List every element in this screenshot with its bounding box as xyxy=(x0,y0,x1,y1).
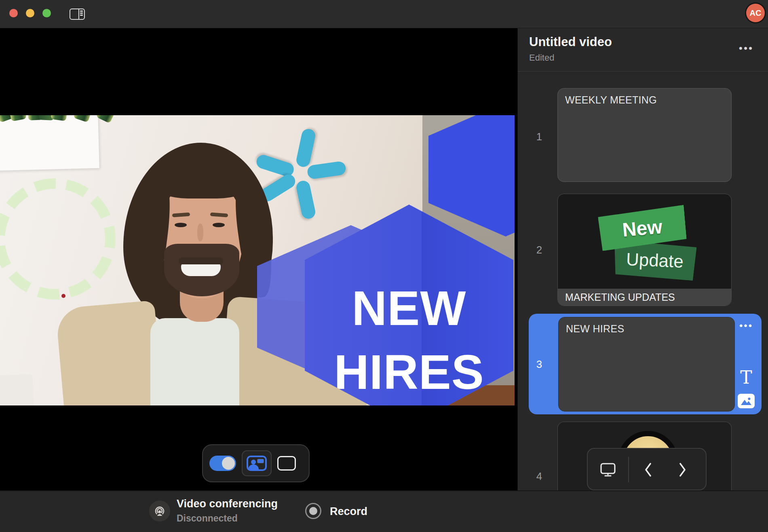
badge-new: New xyxy=(597,205,687,251)
video-preview: NEW HIRES xyxy=(0,115,515,405)
chevron-right-icon[interactable] xyxy=(677,462,687,479)
slides-sidebar: Untitled video Edited ••• 1 WEEKLY MEETI… xyxy=(517,28,768,490)
navbar-divider xyxy=(628,457,629,482)
wall-dot xyxy=(61,294,65,298)
slide-2-caption: MARKETING UPDATES xyxy=(558,289,731,306)
project-menu-ellipsis-icon[interactable]: ••• xyxy=(734,42,758,55)
account-avatar[interactable]: AC xyxy=(746,4,765,22)
slide-4-number: 4 xyxy=(533,470,545,483)
overlay-line-2: HIRES xyxy=(334,340,484,404)
slide-2-number: 2 xyxy=(533,244,545,256)
presenter-view-button[interactable] xyxy=(242,450,272,476)
titlebar: AC xyxy=(0,0,768,28)
present-display-button[interactable] xyxy=(599,462,617,480)
project-title: Untitled video xyxy=(529,35,612,49)
video-stage: NEW HIRES xyxy=(0,28,517,490)
project-status: Edited xyxy=(529,53,554,63)
slide-3-selection: 3 NEW HIRES ••• T xyxy=(529,314,762,414)
record-label[interactable]: Record xyxy=(330,505,367,518)
image-tool-icon[interactable] xyxy=(738,394,755,408)
close-button[interactable] xyxy=(9,9,18,17)
slide-thumbnail-1[interactable]: WEEKLY MEETING xyxy=(557,88,732,182)
broadcast-icon[interactable] xyxy=(149,500,170,521)
minimize-button[interactable] xyxy=(26,9,34,17)
sidebar-toggle-icon[interactable] xyxy=(70,8,85,20)
footer-bar: Video conferencing Disconnected Record xyxy=(0,490,768,532)
overlay-line-1: NEW xyxy=(352,276,466,340)
wall-ring-decoration xyxy=(0,167,127,311)
slide-3-title: NEW HIRES xyxy=(566,323,624,335)
zoom-button[interactable] xyxy=(42,9,51,17)
slide-3-number: 3 xyxy=(533,358,545,370)
app-window: AC xyxy=(0,0,768,532)
video-conferencing-label[interactable]: Video conferencing xyxy=(177,498,278,510)
chevron-left-icon[interactable] xyxy=(644,462,653,479)
slide-1-title: WEEKLY MEETING xyxy=(565,94,657,106)
stage-controls xyxy=(202,444,310,482)
slide-3-ellipsis-icon[interactable]: ••• xyxy=(734,320,758,331)
slide-thumbnail-2[interactable]: Update New MARKETING UPDATES xyxy=(557,194,732,306)
slide-only-view-button[interactable] xyxy=(277,456,296,471)
slide-thumbnail-3[interactable]: NEW HIRES xyxy=(558,317,735,412)
video-conferencing-status: Disconnected xyxy=(177,513,238,524)
text-tool-icon[interactable]: T xyxy=(734,367,758,388)
slide-1-number: 1 xyxy=(533,131,545,143)
presenter-view-icon xyxy=(247,456,267,471)
wall-poster xyxy=(0,115,99,171)
slide-navigation-bar xyxy=(587,448,707,490)
camera-toggle[interactable] xyxy=(209,456,236,471)
record-icon[interactable] xyxy=(305,503,321,519)
header-divider xyxy=(518,71,768,72)
